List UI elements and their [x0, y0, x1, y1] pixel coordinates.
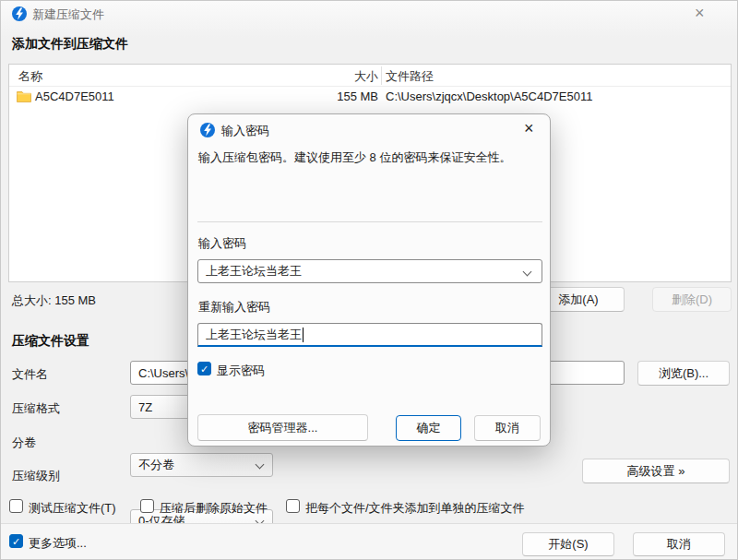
- confirm-password-input[interactable]: 上老王论坛当老王: [197, 323, 542, 347]
- browse-button[interactable]: 浏览(B)...: [637, 361, 730, 386]
- row-path: C:\Users\zjqcx\Desktop\A5C4D7E5011: [386, 89, 592, 103]
- show-password-label[interactable]: 显示密码: [217, 363, 265, 379]
- test-archive-checkbox[interactable]: [9, 499, 23, 513]
- add-files-heading: 添加文件到压缩文件: [12, 36, 128, 53]
- separate-archives-label: 把每个文件/文件夹添加到单独的压缩文件: [305, 500, 525, 517]
- window-title: 新建压缩文件: [32, 6, 104, 23]
- more-options-label[interactable]: 更多选项...: [29, 535, 87, 552]
- volume-combobox[interactable]: 不分卷: [130, 453, 273, 477]
- window-close-icon[interactable]: ×: [695, 5, 705, 21]
- volume-value: 不分卷: [138, 457, 174, 473]
- test-archive-label: 测试压缩文件(T): [29, 500, 116, 517]
- more-options-checkbox[interactable]: ✓: [9, 534, 23, 548]
- column-header-name[interactable]: 名称: [18, 68, 42, 85]
- dialog-cancel-button[interactable]: 取消: [474, 415, 541, 441]
- password-value: 上老王论坛当老王: [206, 263, 302, 280]
- folder-icon: [17, 90, 31, 105]
- password-input[interactable]: 上老王论坛当老王: [197, 259, 542, 283]
- footer-bar: [1, 523, 738, 560]
- dialog-logo-icon: [200, 123, 215, 140]
- separate-archives-checkbox[interactable]: [286, 499, 300, 513]
- chevron-down-icon: [256, 460, 265, 470]
- password-label: 输入密码: [198, 235, 246, 252]
- dialog-separator: [197, 221, 542, 222]
- row-size: 155 MB: [286, 89, 378, 103]
- start-button[interactable]: 开始(S): [522, 532, 614, 556]
- row-name: A5C4D7E5011: [35, 89, 114, 103]
- volume-label: 分卷: [12, 435, 36, 451]
- table-header-row: 名称 大小 文件路径: [9, 65, 731, 87]
- total-size-label: 总大小: 155 MB: [12, 292, 96, 309]
- advanced-settings-button[interactable]: 高级设置 »: [582, 459, 730, 483]
- password-dialog: 输入密码 × 输入压缩包密码。建议使用至少 8 位的密码来保证安全性。 输入密码…: [187, 113, 551, 447]
- new-archive-window: 新建压缩文件 × 添加文件到压缩文件 名称 大小 文件路径 A5C4D7E501…: [0, 0, 738, 560]
- filename-value: C:\Users\: [138, 366, 188, 380]
- archive-settings-heading: 压缩文件设置: [12, 333, 89, 350]
- format-label: 压缩格式: [12, 400, 60, 417]
- level-label: 压缩级别: [12, 468, 60, 484]
- delete-original-label: 压缩后删除原始文件: [160, 500, 268, 517]
- dialog-description: 输入压缩包密码。建议使用至少 8 位的密码来保证安全性。: [198, 149, 542, 166]
- delete-original-checkbox[interactable]: [140, 499, 154, 513]
- password-manager-button[interactable]: 密码管理器...: [197, 414, 368, 441]
- dialog-title: 输入密码: [221, 123, 269, 139]
- app-logo-icon: [12, 6, 27, 24]
- dialog-close-icon[interactable]: ×: [524, 120, 534, 137]
- confirm-password-label: 重新输入密码: [198, 299, 270, 316]
- confirm-password-value: 上老王论坛当老王: [206, 327, 302, 343]
- table-row[interactable]: A5C4D7E5011 155 MB C:\Users\zjqcx\Deskto…: [9, 88, 731, 106]
- show-password-checkbox[interactable]: ✓: [197, 362, 211, 375]
- footer-cancel-button[interactable]: 取消: [633, 532, 725, 556]
- column-header-size[interactable]: 大小: [323, 68, 378, 85]
- chevron-down-icon[interactable]: [523, 268, 532, 277]
- filename-label: 文件名: [12, 366, 48, 383]
- text-caret: [303, 328, 304, 342]
- format-value: 7Z: [138, 400, 152, 414]
- column-divider[interactable]: [381, 66, 382, 85]
- delete-button[interactable]: 删除(D): [652, 287, 732, 312]
- ok-button[interactable]: 确定: [396, 415, 461, 441]
- column-header-path[interactable]: 文件路径: [386, 68, 434, 85]
